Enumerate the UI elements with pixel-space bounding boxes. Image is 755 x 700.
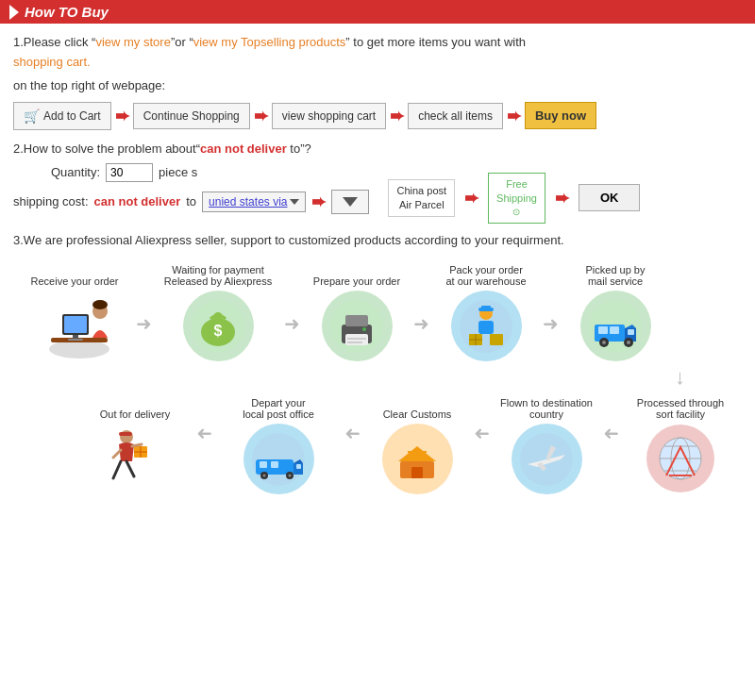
label-depart: Depart your local post office — [243, 393, 314, 420]
svg-rect-54 — [296, 464, 301, 469]
step-add-to-cart[interactable]: 🛒 Add to Cart — [13, 102, 111, 130]
svg-point-18 — [362, 327, 366, 331]
svg-point-36 — [627, 341, 630, 344]
icon-customs — [382, 424, 453, 494]
svg-rect-3 — [64, 316, 87, 333]
label-receive: Receive your order — [31, 260, 119, 287]
shipping-row: shipping cost:can not deliver to unied s… — [13, 190, 369, 214]
piece-label: piece s — [159, 165, 197, 179]
svg-rect-23 — [478, 321, 494, 334]
svg-point-34 — [602, 341, 606, 344]
shipping-label: shipping cost: — [13, 194, 89, 208]
section3: 3.We are professional Aliexpress seller,… — [13, 233, 742, 247]
location-text: unied states via — [209, 195, 287, 208]
svg-rect-53 — [271, 461, 278, 468]
shipping-arrow-2: ➨ — [464, 190, 478, 207]
h-arrow-3: ➜ — [413, 312, 429, 335]
cannot-deliver: can not deliver — [94, 194, 181, 208]
process-section: Receive your order — [13, 260, 742, 501]
header-bar: How TO Buy — [0, 0, 755, 24]
arrow-1: ➨ — [115, 108, 129, 125]
svg-rect-32 — [628, 329, 634, 335]
h-arrow-r3: ➜ — [474, 422, 490, 444]
svg-rect-31 — [610, 326, 619, 334]
svg-rect-30 — [598, 326, 608, 334]
method-dropdown[interactable] — [331, 190, 369, 214]
section2: 2.How to solve the problem about“can not… — [13, 142, 742, 225]
big-dropdown-arrow-icon — [343, 197, 358, 207]
arrow-4: ➨ — [507, 108, 521, 125]
quantity-row: Quantity: piece s — [51, 163, 369, 182]
svg-rect-22 — [481, 306, 491, 308]
icon-depart — [243, 424, 314, 494]
label-prepare: Prepare your order — [313, 260, 400, 287]
step-buy-now-label: Buy now — [535, 108, 586, 123]
to-label: to — [186, 194, 196, 208]
svg-text:$: $ — [214, 323, 223, 339]
free-shipping-line2: Shipping — [496, 192, 537, 206]
svg-point-10 — [213, 312, 223, 322]
svg-rect-16 — [347, 338, 366, 340]
svg-point-58 — [289, 474, 292, 476]
svg-rect-25 — [490, 334, 503, 345]
icon-pack — [451, 291, 522, 361]
icon-payment: $ — [183, 291, 254, 361]
h-arrow-4: ➜ — [543, 312, 559, 335]
location-dropdown[interactable]: unied states via — [202, 192, 306, 212]
svg-rect-4 — [73, 335, 78, 339]
cart-icon: 🛒 — [24, 108, 40, 124]
step-continue-shopping-label: Continue Shopping — [143, 109, 240, 123]
shipping-arrow-3: ➨ — [555, 190, 569, 207]
arrow-2: ➨ — [254, 108, 268, 125]
step-continue-shopping[interactable]: Continue Shopping — [133, 103, 250, 129]
quantity-label: Quantity: — [51, 165, 100, 179]
label-flown: Flown to destination country — [500, 393, 593, 420]
steps-row: 🛒 Add to Cart ➨ Continue Shopping ➨ view… — [13, 102, 742, 130]
step-view-cart[interactable]: view shopping cart — [272, 103, 386, 129]
svg-point-56 — [263, 474, 266, 476]
icon-receive — [42, 291, 108, 361]
step-check-items-label: check all items — [418, 109, 493, 123]
process-row1: Receive your order — [13, 260, 742, 361]
svg-rect-5 — [68, 339, 83, 341]
step-buy-now[interactable]: Buy now — [525, 102, 596, 129]
h-arrow-r1: ➜ — [196, 422, 212, 444]
dropdown-arrow-icon — [290, 199, 299, 205]
label-pickup: Picked up by mail service — [586, 260, 646, 287]
shopping-cart-link[interactable]: shopping cart. — [13, 55, 91, 69]
china-post-line2: Air Parcel — [396, 198, 446, 212]
icon-pickup — [580, 291, 651, 361]
icon-prepare — [322, 291, 393, 361]
section3-text: 3.We are professional Aliexpress seller,… — [13, 233, 564, 247]
svg-rect-47 — [411, 467, 423, 478]
svg-rect-60 — [119, 432, 132, 436]
svg-rect-14 — [345, 315, 368, 326]
h-arrow-r2: ➜ — [344, 422, 361, 444]
label-processed: Processed through sort facility — [637, 393, 724, 420]
label-customs: Clear Customs — [383, 393, 452, 420]
quantity-input[interactable] — [106, 163, 153, 182]
china-post-line1: China post — [396, 184, 446, 198]
free-shipping-box: Free Shipping ⊙ — [488, 173, 545, 225]
free-shipping-line1: Free — [496, 177, 537, 192]
icon-delivery — [100, 424, 171, 497]
process-row2: Processed through sort facility — [13, 393, 742, 501]
label-payment: Waiting for payment Released by Aliexpre… — [164, 260, 272, 287]
view-store-link[interactable]: view my store — [95, 35, 170, 49]
header-title: How TO Buy — [25, 4, 109, 20]
section1-text: 1.Please click “view my store”or “view m… — [13, 33, 742, 73]
svg-point-7 — [92, 300, 108, 309]
h-arrow-2: ➜ — [284, 312, 300, 335]
section2-title: 2.How to solve the problem about“can not… — [13, 142, 742, 156]
view-topselling-link[interactable]: view my Topselling products — [193, 35, 346, 49]
label-pack: Pack your order at our warehouse — [446, 260, 527, 287]
svg-rect-17 — [347, 342, 362, 343]
arrow-3: ➨ — [390, 108, 404, 125]
shipping-arrow-1: ➨ — [311, 193, 326, 210]
step-add-to-cart-label: Add to Cart — [43, 109, 101, 123]
ok-button[interactable]: OK — [579, 184, 641, 211]
step-check-items[interactable]: check all items — [408, 103, 503, 129]
step-view-cart-label: view shopping cart — [282, 109, 376, 123]
label-delivery: Out for delivery — [100, 393, 171, 420]
h-arrow-1: ➜ — [136, 312, 152, 335]
